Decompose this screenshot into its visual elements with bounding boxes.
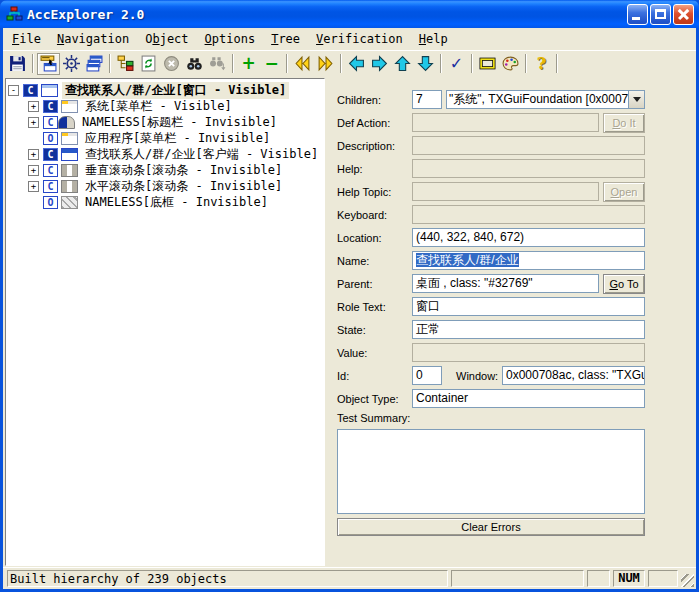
tree-row[interactable]: + C 垂直滚动条[滚动条 - Invisible] — [8, 162, 324, 178]
save-icon — [9, 55, 26, 72]
status-message: Built hierarchy of 239 objects — [7, 570, 448, 587]
nav-right-button[interactable] — [368, 53, 391, 75]
children-count-field[interactable]: 7 — [412, 90, 442, 109]
palette-button[interactable] — [499, 53, 522, 75]
menu-file[interactable]: File — [4, 30, 49, 48]
menu-help[interactable]: Help — [411, 30, 456, 48]
accessibility-tree: - C 查找联系人/群/企业[窗口 - Visible] + C 系统[菜单栏 … — [5, 78, 325, 566]
menu-bar: File Navigation Object Options Tree Veri… — [3, 28, 696, 50]
toolbar-separator — [440, 54, 442, 73]
explore-window-button[interactable] — [37, 53, 60, 75]
status-bar: Built hierarchy of 239 objects NUM — [3, 567, 696, 589]
tree-item-label[interactable]: 垂直滚动条[滚动条 - Invisible] — [82, 162, 285, 179]
refresh-button[interactable] — [137, 53, 160, 75]
palette-icon — [502, 55, 519, 72]
toolbar-separator — [32, 54, 34, 73]
keyboard-field — [412, 205, 645, 224]
cascade-windows-icon — [86, 55, 103, 72]
help-topic-field — [412, 182, 599, 201]
parent-label: Parent: — [337, 278, 412, 290]
tree-row[interactable]: + C 水平滚动条[滚动条 - Invisible] — [8, 178, 324, 194]
expand-box-icon[interactable]: + — [28, 117, 39, 128]
status-pane — [648, 570, 678, 587]
highlight-rect-button[interactable] — [476, 53, 499, 75]
maximize-button[interactable] — [650, 4, 671, 25]
refresh-icon — [140, 55, 157, 72]
expand-box-icon[interactable]: + — [28, 149, 39, 160]
expand-node-button[interactable]: + — [237, 53, 260, 75]
tree-row[interactable]: + C 查找联系人/群/企业[客户端 - Visible] — [8, 146, 324, 162]
collapse-node-button[interactable]: − — [260, 53, 283, 75]
scrollbar-icon — [61, 164, 78, 177]
toolbar-separator — [109, 54, 111, 73]
tree-row[interactable]: O NAMELESS[底框 - Invisible] — [8, 194, 324, 210]
client-window-icon — [61, 148, 78, 161]
go-to-button[interactable]: Go To — [603, 274, 645, 294]
nav-left-icon — [348, 55, 365, 72]
forward-button[interactable] — [314, 53, 337, 75]
tree-row[interactable]: O 应用程序[菜单栏 - Invisible] — [8, 130, 324, 146]
tree-item-label[interactable]: 应用程序[菜单栏 - Invisible] — [82, 130, 273, 147]
tree-item-label[interactable]: 查找联系人/群/企业[客户端 - Visible] — [82, 146, 321, 163]
tree-row[interactable]: + C 系统[菜单栏 - Visible] — [8, 98, 324, 114]
container-badge: C — [43, 100, 58, 113]
state-field[interactable]: 正常 — [412, 320, 645, 339]
tree-item-label[interactable]: 水平滚动条[滚动条 - Invisible] — [82, 178, 285, 195]
keyboard-label: Keyboard: — [337, 209, 412, 221]
menu-object[interactable]: Object — [137, 30, 196, 48]
menu-options[interactable]: Options — [197, 30, 264, 48]
help-button[interactable]: ? — [530, 53, 553, 75]
role-text-field[interactable]: 窗口 — [412, 297, 645, 316]
close-button[interactable] — [673, 4, 694, 25]
do-it-button: Do It — [603, 113, 645, 133]
help-icon: ? — [537, 56, 546, 71]
def-action-label: Def Action: — [337, 117, 412, 129]
menu-verification[interactable]: Verification — [308, 30, 411, 48]
find-button[interactable] — [183, 53, 206, 75]
toolbar-separator — [286, 54, 288, 73]
tree-row[interactable]: - C 查找联系人/群/企业[窗口 - Visible] — [8, 82, 324, 98]
nav-down-button[interactable] — [414, 53, 437, 75]
description-field — [412, 136, 645, 155]
cascade-windows-button[interactable] — [83, 53, 106, 75]
toolbar-separator — [471, 54, 473, 73]
id-field[interactable]: 0 — [412, 366, 442, 385]
save-button[interactable] — [6, 53, 29, 75]
verify-button[interactable]: ✓ — [445, 53, 468, 75]
bottom-frame-icon — [61, 196, 78, 209]
children-combobox[interactable]: "系统", TXGuiFoundation [0x0007C — [446, 90, 645, 109]
minimize-button[interactable] — [627, 4, 648, 25]
def-action-field — [412, 113, 599, 132]
children-label: Children: — [337, 94, 412, 106]
value-label: Value: — [337, 347, 412, 359]
tree-item-label[interactable]: NAMELESS[标题栏 - Invisible] — [79, 114, 280, 131]
back-button[interactable] — [291, 53, 314, 75]
collapse-box-icon[interactable]: - — [8, 85, 19, 96]
rebuild-tree-button[interactable] — [114, 53, 137, 75]
name-field[interactable]: 查找联系人/群/企业 — [412, 251, 645, 270]
object-type-field[interactable]: Container — [412, 389, 645, 408]
expand-box-icon[interactable]: + — [28, 181, 39, 192]
clear-errors-button[interactable]: Clear Errors — [337, 518, 645, 536]
tree-row[interactable]: + C NAMELESS[标题栏 - Invisible] — [8, 114, 324, 130]
window-handle-field[interactable]: 0x000708ac, class: "TXGuiF — [502, 366, 645, 385]
test-summary-box[interactable] — [337, 429, 645, 514]
combo-dropdown-icon[interactable] — [628, 91, 644, 108]
nav-up-button[interactable] — [391, 53, 414, 75]
tree-item-label[interactable]: NAMELESS[底框 - Invisible] — [82, 194, 271, 211]
tree-item-label[interactable]: 查找联系人/群/企业[窗口 - Visible] — [62, 82, 289, 99]
expand-box-icon[interactable]: + — [28, 101, 39, 112]
nav-up-icon — [394, 55, 411, 72]
menu-tree[interactable]: Tree — [263, 30, 308, 48]
resize-grip[interactable] — [681, 574, 694, 587]
tree-item-label[interactable]: 系统[菜单栏 - Visible] — [82, 98, 235, 115]
find-icon — [186, 55, 203, 72]
menu-navigation[interactable]: Navigation — [49, 30, 137, 48]
container-badge: C — [43, 180, 58, 193]
parent-field[interactable]: 桌面 , class: "#32769" — [412, 274, 599, 293]
nav-left-button[interactable] — [345, 53, 368, 75]
expand-box-icon[interactable]: + — [28, 165, 39, 176]
highlight-rect-icon — [479, 55, 496, 72]
locate-target-button[interactable] — [60, 53, 83, 75]
location-field[interactable]: (440, 322, 840, 672) — [412, 228, 645, 247]
